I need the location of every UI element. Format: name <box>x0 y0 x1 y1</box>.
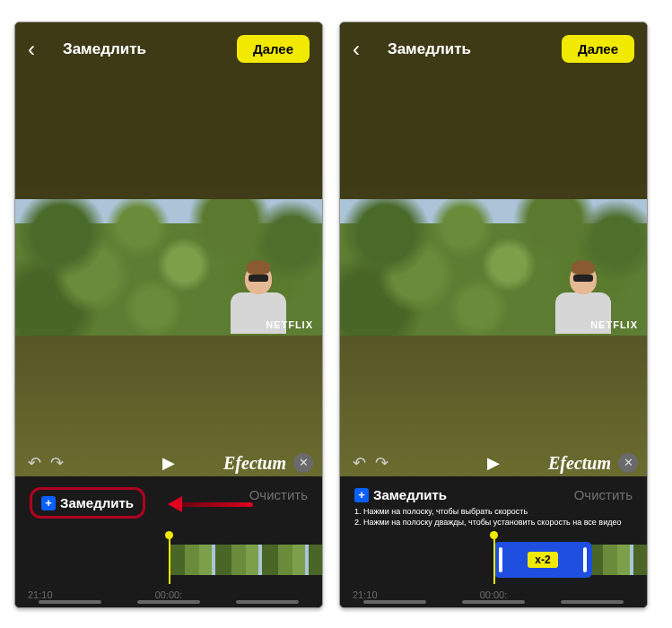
slow-down-label: Замедлить <box>60 495 134 510</box>
play-icon[interactable]: ▶ <box>487 453 500 473</box>
timeline-playhead[interactable] <box>493 536 495 584</box>
timeline-clip[interactable] <box>169 545 322 575</box>
plus-icon: + <box>354 488 369 502</box>
undo-icon[interactable]: ↶ <box>353 453 366 473</box>
phone-screenshot-left: ‹ Замедлить Далее NETFLIX ↶ ↷ ▶ Efectum … <box>14 22 323 608</box>
page-title: Замедлить <box>388 40 471 58</box>
back-icon[interactable]: ‹ <box>353 39 360 60</box>
hint-text: 1. Нажми на полоску, чтобы выбрать скоро… <box>340 502 647 528</box>
timeline-current-time: 00:00: <box>480 589 508 600</box>
timeline-current-time: 00:00: <box>155 589 183 600</box>
close-icon[interactable]: ✕ <box>293 453 313 473</box>
slow-down-button[interactable]: + Замедлить <box>354 487 447 502</box>
redo-icon[interactable]: ↷ <box>50 453 64 473</box>
close-icon[interactable]: ✕ <box>618 453 638 473</box>
timeline-start-time: 21:10 <box>28 589 53 600</box>
netflix-watermark: NETFLIX <box>266 319 313 330</box>
phone-screenshot-right: ‹ Замедлить Далее NETFLIX ↶ ↷ ▶ Efectum … <box>339 22 648 608</box>
slow-down-button[interactable]: + Замедлить <box>30 487 145 519</box>
slow-down-label: Замедлить <box>373 487 447 502</box>
plus-icon: + <box>41 496 56 510</box>
back-icon[interactable]: ‹ <box>28 39 35 60</box>
hint-line-2: 2. Нажми на полоску дважды, чтобы устано… <box>354 517 633 528</box>
annotation-arrow <box>168 496 253 512</box>
play-icon[interactable]: ▶ <box>162 453 175 473</box>
efectum-logo: Efectum <box>223 453 286 474</box>
hint-line-1: 1. Нажми на полоску, чтобы выбрать скоро… <box>354 506 633 517</box>
timeline-playhead[interactable] <box>169 536 170 584</box>
next-button[interactable]: Далее <box>562 35 634 63</box>
page-title: Замедлить <box>63 40 146 58</box>
timeline[interactable]: x-2 21:10 00:00: <box>340 539 647 580</box>
netflix-watermark: NETFLIX <box>590 319 638 330</box>
next-button[interactable]: Далее <box>237 35 310 63</box>
clear-button[interactable]: Очистить <box>574 487 633 502</box>
clear-button[interactable]: Очистить <box>249 487 308 502</box>
video-preview[interactable]: NETFLIX <box>340 199 647 336</box>
speed-value-badge: x-2 <box>528 552 557 568</box>
video-preview[interactable]: NETFLIX <box>15 199 322 336</box>
timeline-start-time: 21:10 <box>353 589 378 600</box>
timeline[interactable]: 21:10 00:00: <box>15 539 322 580</box>
speed-segment[interactable]: x-2 <box>493 542 592 578</box>
undo-icon[interactable]: ↶ <box>28 453 41 473</box>
redo-icon[interactable]: ↷ <box>375 453 388 473</box>
efectum-logo: Efectum <box>548 453 611 474</box>
